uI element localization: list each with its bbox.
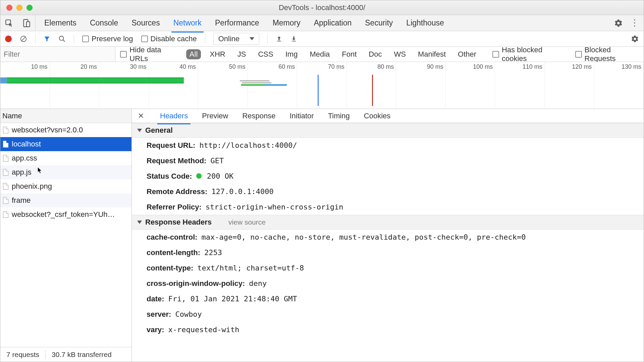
- panel-tab-application[interactable]: Application: [313, 16, 353, 30]
- header-row: cross-origin-window-policy: deny: [132, 276, 644, 291]
- detail-tab-cookies[interactable]: Cookies: [363, 110, 391, 122]
- filter-type-all[interactable]: All: [186, 49, 201, 59]
- upload-har-icon[interactable]: [276, 35, 282, 43]
- request-details: ✕ HeadersPreviewResponseInitiatorTimingC…: [132, 109, 644, 362]
- header-row: Request Method: GET: [132, 153, 644, 169]
- request-row[interactable]: websocket?_csrf_token=YUh…: [0, 207, 131, 222]
- svg-line-6: [63, 40, 65, 42]
- device-toolbar-icon[interactable]: [18, 15, 35, 31]
- header-key: cross-origin-window-policy:: [147, 279, 245, 288]
- download-har-icon[interactable]: [290, 35, 297, 43]
- request-name: websocket?vsn=2.0.0: [12, 126, 83, 134]
- header-row: Remote Address: 127.0.0.1:4000: [132, 184, 644, 199]
- filter-type-font[interactable]: Font: [338, 49, 360, 59]
- request-row[interactable]: app.css: [0, 151, 131, 165]
- header-value: 2253: [204, 248, 222, 257]
- requests-count: 7 requests: [0, 351, 45, 359]
- timeline-tick: 110 ms: [495, 62, 545, 109]
- timeline-overview[interactable]: 10 ms20 ms30 ms40 ms50 ms60 ms70 ms80 ms…: [0, 62, 644, 109]
- filter-type-other[interactable]: Other: [454, 49, 480, 59]
- disclosure-triangle-icon: [137, 129, 142, 132]
- network-settings-icon[interactable]: [631, 35, 639, 43]
- header-value: http://localhost:4000/: [199, 141, 297, 149]
- timeline-tick: 30 ms: [99, 62, 149, 109]
- header-row: date: Fri, 01 Jan 2021 21:48:40 GMT: [132, 291, 644, 307]
- detail-tab-headers[interactable]: Headers: [159, 110, 189, 122]
- header-row: content-length: 2253: [132, 245, 644, 260]
- response-headers-section-header[interactable]: Response Headers view source: [132, 215, 644, 230]
- throttling-value: Online: [218, 35, 240, 43]
- has-blocked-cookies-checkbox[interactable]: Has blocked cookies: [492, 46, 569, 63]
- close-details-button[interactable]: ✕: [138, 112, 144, 120]
- file-icon: [3, 197, 8, 204]
- filter-type-media[interactable]: Media: [306, 49, 333, 59]
- header-row: Request URL: http://localhost:4000/: [132, 138, 644, 153]
- disable-cache-checkbox[interactable]: Disable cache: [141, 35, 197, 43]
- filter-type-manifest[interactable]: Manifest: [415, 49, 449, 59]
- has-blocked-cookies-label: Has blocked cookies: [502, 46, 569, 63]
- hide-data-urls-checkbox[interactable]: Hide data URLs: [120, 46, 181, 63]
- request-name: localhost: [12, 140, 41, 148]
- checkbox-icon: [82, 36, 89, 42]
- detail-tab-preview[interactable]: Preview: [201, 110, 229, 122]
- request-list: Name websocket?vsn=2.0.0localhostapp.css…: [0, 109, 132, 362]
- more-menu-icon[interactable]: ⋮: [630, 18, 639, 28]
- close-window-button[interactable]: [6, 5, 12, 11]
- view-source-link[interactable]: view source: [228, 218, 266, 226]
- record-button[interactable]: [5, 36, 12, 42]
- panel-tab-memory[interactable]: Memory: [272, 16, 301, 30]
- detail-tab-timing[interactable]: Timing: [327, 110, 351, 122]
- request-list-header[interactable]: Name: [0, 109, 131, 123]
- timeline-tick: 10 ms: [0, 62, 50, 109]
- detail-tab-response[interactable]: Response: [241, 110, 276, 122]
- timeline-tick: 80 ms: [347, 62, 396, 109]
- panel-tab-lighthouse[interactable]: Lighthouse: [406, 16, 445, 30]
- titlebar: DevTools - localhost:4000/: [0, 0, 644, 15]
- filter-toggle-icon[interactable]: [44, 36, 50, 42]
- panel-tab-security[interactable]: Security: [364, 16, 393, 30]
- panel-tab-sources[interactable]: Sources: [131, 16, 160, 30]
- header-value: 200 OK: [207, 172, 233, 180]
- transferred-size: 30.7 kB transferred: [46, 351, 118, 359]
- inspect-element-icon[interactable]: [0, 15, 18, 31]
- panel-tab-elements[interactable]: Elements: [44, 16, 77, 30]
- blocked-requests-checkbox[interactable]: Blocked Requests: [575, 46, 644, 63]
- panel-tab-console[interactable]: Console: [89, 16, 119, 30]
- filter-type-doc[interactable]: Doc: [365, 49, 385, 59]
- request-row[interactable]: websocket?vsn=2.0.0: [0, 123, 131, 137]
- disable-cache-label: Disable cache: [151, 35, 197, 43]
- name-column-header: Name: [2, 112, 22, 120]
- file-icon: [3, 183, 8, 190]
- request-row[interactable]: frame: [0, 193, 131, 207]
- search-icon[interactable]: [58, 35, 66, 43]
- minimize-window-button[interactable]: [16, 5, 22, 11]
- header-value: text/html; charset=utf-8: [197, 264, 304, 272]
- request-row[interactable]: app.js: [0, 165, 131, 179]
- filter-type-js[interactable]: JS: [234, 49, 250, 59]
- throttling-select[interactable]: Online: [213, 33, 260, 45]
- timeline-tick: 130 ms: [594, 62, 644, 109]
- request-row[interactable]: localhost: [0, 137, 131, 151]
- panel-tab-performance[interactable]: Performance: [214, 16, 260, 30]
- settings-icon[interactable]: [614, 19, 623, 27]
- request-row[interactable]: phoenix.png: [0, 179, 131, 193]
- request-name: frame: [12, 196, 31, 205]
- timeline-tick: 40 ms: [149, 62, 199, 109]
- clear-button[interactable]: [20, 35, 27, 43]
- panel-tab-network[interactable]: Network: [173, 16, 202, 30]
- general-section-header[interactable]: General: [132, 123, 644, 138]
- timeline-tick: 120 ms: [545, 62, 594, 109]
- filter-type-ws[interactable]: WS: [390, 49, 409, 59]
- header-key: vary:: [147, 325, 164, 334]
- preserve-log-checkbox[interactable]: Preserve log: [82, 35, 133, 43]
- maximize-window-button[interactable]: [26, 5, 33, 11]
- filter-input[interactable]: [0, 47, 115, 62]
- filter-type-css[interactable]: CSS: [255, 49, 276, 59]
- network-filter-row: Hide data URLs AllXHRJSCSSImgMediaFontDo…: [0, 47, 644, 62]
- svg-line-4: [21, 37, 26, 41]
- header-key: content-length:: [147, 248, 200, 257]
- filter-type-img[interactable]: Img: [282, 49, 301, 59]
- header-value: deny: [249, 279, 267, 288]
- detail-tab-initiator[interactable]: Initiator: [289, 110, 314, 122]
- filter-type-xhr[interactable]: XHR: [206, 49, 228, 59]
